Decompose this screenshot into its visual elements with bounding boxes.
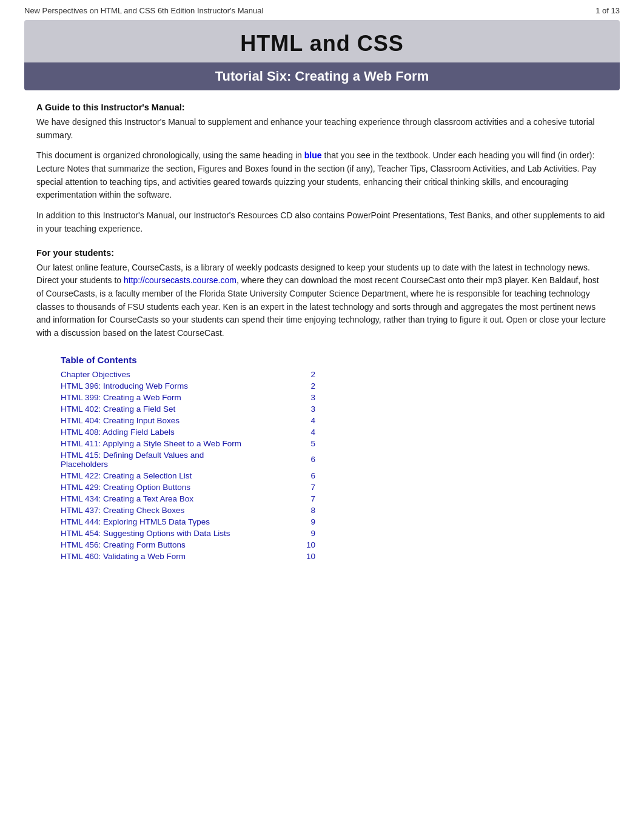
toc-item-page: 9 bbox=[297, 516, 316, 528]
toc-item-page: 2 bbox=[297, 380, 316, 392]
toc-item-label[interactable]: HTML 422: Creating a Selection List bbox=[61, 470, 297, 481]
students-paragraph: Our latest online feature, CourseCasts, … bbox=[36, 261, 608, 340]
coursecasts-link[interactable]: http://coursecasts.course.com bbox=[124, 275, 236, 285]
toc-item-page: 4 bbox=[297, 426, 316, 438]
toc-item-page: 8 bbox=[297, 505, 316, 516]
toc-item-label[interactable]: HTML 396: Introducing Web Forms bbox=[61, 380, 297, 392]
toc-item-label[interactable]: HTML 404: Creating Input Boxes bbox=[61, 415, 297, 426]
toc-item-page: 7 bbox=[297, 481, 316, 493]
toc-row: HTML 437: Creating Check Boxes 8 bbox=[61, 505, 315, 516]
toc-item-page: 10 bbox=[297, 551, 316, 562]
toc-item-label[interactable]: HTML 402: Creating a Field Set bbox=[61, 403, 297, 415]
main-title: HTML and CSS bbox=[36, 31, 608, 56]
toc-row: HTML 460: Validating a Web Form 10 bbox=[61, 551, 315, 562]
toc-item-page: 2 bbox=[297, 369, 316, 380]
toc-item-label[interactable]: HTML 411: Applying a Style Sheet to a We… bbox=[61, 438, 297, 449]
toc-item-label[interactable]: HTML 437: Creating Check Boxes bbox=[61, 505, 297, 516]
toc-row: HTML 404: Creating Input Boxes 4 bbox=[61, 415, 315, 426]
toc-section: Table of Contents Chapter Objectives 2 H… bbox=[61, 355, 608, 562]
toc-row: HTML 415: Defining Default Values and Pl… bbox=[61, 449, 315, 470]
guide-paragraph-1: We have designed this Instructor's Manua… bbox=[36, 116, 608, 142]
toc-row: HTML 429: Creating Option Buttons 7 bbox=[61, 481, 315, 493]
toc-item-label[interactable]: HTML 408: Adding Field Labels bbox=[61, 426, 297, 438]
toc-item-label[interactable]: HTML 399: Creating a Web Form bbox=[61, 392, 297, 403]
toc-item-page: 9 bbox=[297, 528, 316, 539]
toc-item-page: 4 bbox=[297, 415, 316, 426]
toc-row: HTML 444: Exploring HTML5 Data Types 9 bbox=[61, 516, 315, 528]
toc-item-page: 3 bbox=[297, 392, 316, 403]
toc-item-label[interactable]: HTML 456: Creating Form Buttons bbox=[61, 539, 297, 551]
toc-item-page: 10 bbox=[297, 539, 316, 551]
blue-keyword: blue bbox=[304, 150, 322, 160]
toc-item-label[interactable]: HTML 460: Validating a Web Form bbox=[61, 551, 297, 562]
toc-item-label[interactable]: HTML 415: Defining Default Values and Pl… bbox=[61, 449, 297, 470]
toc-row: HTML 434: Creating a Text Area Box 7 bbox=[61, 493, 315, 505]
title-banner: HTML and CSS bbox=[24, 20, 620, 62]
toc-row: HTML 456: Creating Form Buttons 10 bbox=[61, 539, 315, 551]
toc-heading: Table of Contents bbox=[61, 355, 608, 365]
toc-item-label[interactable]: HTML 444: Exploring HTML5 Data Types bbox=[61, 516, 297, 528]
guide-paragraph-3: In addition to this Instructor's Manual,… bbox=[36, 209, 608, 235]
toc-item-label[interactable]: HTML 434: Creating a Text Area Box bbox=[61, 493, 297, 505]
toc-item-page: 6 bbox=[297, 449, 316, 470]
guide-heading: A Guide to this Instructor's Manual: bbox=[36, 102, 608, 112]
toc-row: HTML 399: Creating a Web Form 3 bbox=[61, 392, 315, 403]
page-wrapper: New Perspectives on HTML and CSS 6th Edi… bbox=[0, 0, 644, 835]
toc-row: Chapter Objectives 2 bbox=[61, 369, 315, 380]
toc-item-label[interactable]: HTML 454: Suggesting Options with Data L… bbox=[61, 528, 297, 539]
page-header: New Perspectives on HTML and CSS 6th Edi… bbox=[0, 0, 644, 20]
toc-row: HTML 396: Introducing Web Forms 2 bbox=[61, 380, 315, 392]
toc-row: HTML 402: Creating a Field Set 3 bbox=[61, 403, 315, 415]
guide-paragraph-2: This document is organized chronological… bbox=[36, 149, 608, 202]
toc-row: HTML 411: Applying a Style Sheet to a We… bbox=[61, 438, 315, 449]
toc-table: Chapter Objectives 2 HTML 396: Introduci… bbox=[61, 369, 315, 562]
toc-row: HTML 454: Suggesting Options with Data L… bbox=[61, 528, 315, 539]
toc-row: HTML 422: Creating a Selection List 6 bbox=[61, 470, 315, 481]
document-title: New Perspectives on HTML and CSS 6th Edi… bbox=[24, 6, 263, 15]
subtitle-banner: Tutorial Six: Creating a Web Form bbox=[24, 62, 620, 90]
content-area: A Guide to this Instructor's Manual: We … bbox=[0, 102, 644, 340]
toc-item-page: 3 bbox=[297, 403, 316, 415]
subtitle: Tutorial Six: Creating a Web Form bbox=[36, 69, 608, 84]
page-pagination: 1 of 13 bbox=[595, 6, 620, 15]
toc-item-page: 6 bbox=[297, 470, 316, 481]
toc-row: HTML 408: Adding Field Labels 4 bbox=[61, 426, 315, 438]
toc-item-page: 5 bbox=[297, 438, 316, 449]
students-heading: For your students: bbox=[36, 248, 608, 258]
toc-item-label[interactable]: Chapter Objectives bbox=[61, 369, 297, 380]
toc-item-page: 7 bbox=[297, 493, 316, 505]
toc-item-label[interactable]: HTML 429: Creating Option Buttons bbox=[61, 481, 297, 493]
